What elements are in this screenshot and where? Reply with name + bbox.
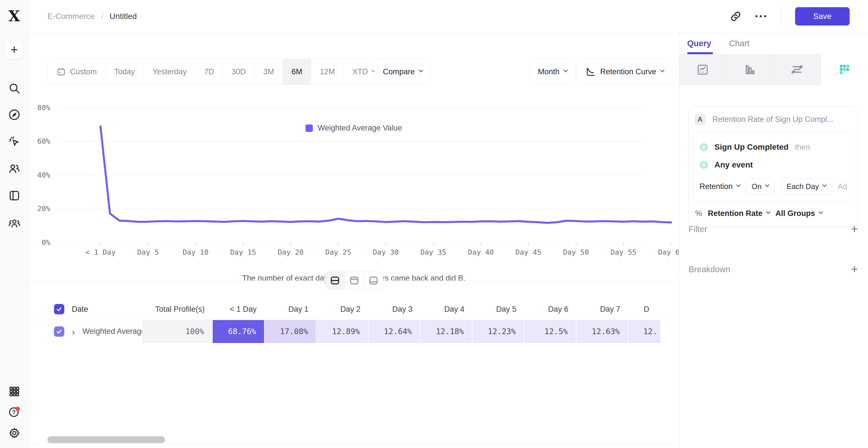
column-header[interactable]: D — [628, 305, 661, 314]
chart-type-dropdown[interactable]: Retention Curve — [577, 59, 672, 84]
table-cell[interactable]: 12.23% — [472, 320, 524, 343]
sidebar-item-cohorts[interactable] — [8, 217, 21, 230]
sidebar-item-settings[interactable] — [8, 427, 20, 439]
insights-line-chart-icon — [696, 63, 709, 76]
table-cell[interactable]: 12.63% — [577, 320, 628, 343]
report-tab-funnels[interactable] — [726, 54, 774, 85]
top-bar: E-Commerce / Untitled ••• Save — [29, 0, 868, 32]
table-cell[interactable]: 12.64% — [369, 320, 421, 343]
range-button[interactable]: 6M — [283, 59, 311, 84]
table-cell[interactable]: 100% — [142, 320, 213, 343]
sidebar-item-boards[interactable] — [8, 189, 21, 202]
report-tab-flows[interactable] — [774, 54, 821, 85]
sidebar-item-events[interactable] — [8, 135, 21, 148]
column-header[interactable]: Day 7 — [577, 305, 628, 314]
compass-icon — [8, 108, 21, 121]
create-button[interactable]: + — [5, 40, 24, 59]
advanced-dropdown[interactable]: Adv... — [838, 182, 847, 191]
retention-dots-icon — [838, 63, 851, 76]
table-cell[interactable]: 12.18% — [421, 320, 472, 343]
range-button[interactable]: 7D — [195, 59, 223, 84]
row-checkbox[interactable] — [54, 326, 64, 337]
panel-tab[interactable]: Query — [687, 32, 711, 54]
add-breakdown-button[interactable]: + — [851, 263, 858, 275]
table-cell[interactable]: 17.08% — [265, 320, 317, 343]
retention-line-series — [100, 127, 671, 223]
event-hexagon-icon — [700, 161, 708, 169]
add-filter-button[interactable]: + — [851, 223, 858, 235]
cohorts-icon — [8, 217, 21, 230]
first-event-row[interactable]: Sign Up Completed then — [700, 138, 847, 156]
copy-link-icon[interactable] — [730, 10, 742, 23]
retention-window-dropdown[interactable]: Each Day — [780, 178, 832, 195]
table-cell[interactable]: 12.89% — [317, 320, 369, 343]
table-cell[interactable]: 68.76% — [213, 320, 265, 343]
metric-dropdown[interactable]: Retention Rate — [708, 209, 770, 218]
sidebar-item-help[interactable]: ? — [8, 406, 21, 419]
return-event-row[interactable]: Any event — [700, 156, 847, 174]
retention-type-dropdown[interactable]: Retention — [700, 182, 740, 191]
panel-tabs: QueryChart — [679, 32, 868, 54]
column-header[interactable]: Day 2 — [317, 305, 369, 314]
column-header[interactable]: Day 6 — [524, 305, 577, 314]
report-tab-retention[interactable] — [821, 54, 868, 85]
horizontal-scrollbar-thumb[interactable] — [48, 436, 165, 443]
percent-sign: % — [695, 209, 702, 218]
range-button[interactable]: 30D — [223, 59, 255, 84]
date-column-header[interactable]: Date — [72, 305, 88, 314]
column-header[interactable]: Day 5 — [472, 305, 524, 314]
range-button[interactable]: 12M — [311, 59, 344, 84]
more-options-icon[interactable]: ••• — [755, 12, 768, 21]
expand-row-icon[interactable]: › — [72, 327, 75, 337]
filter-label: Filter — [689, 225, 707, 234]
layout-table-button[interactable] — [364, 272, 383, 289]
mixpanel-logo-icon: X — [8, 7, 20, 25]
chevron-down-icon — [765, 182, 770, 187]
groups-dropdown[interactable]: All Groups — [776, 209, 823, 218]
query-card: A Retention Rate of Sign Up Compl... Sig… — [689, 107, 858, 227]
y-axis: 80%60%40%20%0% — [29, 108, 50, 242]
sidebar-item-apps[interactable] — [8, 385, 20, 398]
retention-on-dropdown[interactable]: On — [746, 178, 775, 195]
column-header[interactable]: Day 1 — [265, 305, 317, 314]
layout-chart-button[interactable] — [344, 272, 364, 289]
range-custom-button[interactable]: Custom — [48, 59, 105, 84]
retention-line-svg[interactable] — [100, 108, 671, 242]
range-button[interactable]: Today — [105, 59, 144, 84]
table-cell[interactable]: 12. — [628, 320, 661, 343]
compare-button[interactable]: Compare — [375, 59, 431, 84]
sidebar-item-search[interactable] — [8, 82, 21, 95]
value-column-headers: Total Profile(s)< 1 DayDay 1Day 2Day 3Da… — [142, 305, 661, 314]
notification-dot — [15, 407, 20, 411]
sidebar-item-users[interactable] — [8, 162, 21, 175]
bottom-view-icon — [368, 275, 379, 286]
breadcrumb-project[interactable]: E-Commerce — [48, 12, 95, 21]
sidebar: X + ? — [0, 0, 29, 448]
search-icon — [8, 82, 21, 95]
users-icon — [8, 162, 21, 175]
panel-tab[interactable]: Chart — [729, 32, 749, 54]
breadcrumb-report-title[interactable]: Untitled — [110, 12, 137, 21]
range-button[interactable]: Yesterday — [144, 59, 195, 84]
column-header[interactable]: < 1 Day — [213, 305, 265, 314]
column-header[interactable]: Total Profile(s) — [142, 305, 213, 314]
range-button[interactable]: 3M — [254, 59, 283, 84]
granularity-dropdown[interactable]: Month — [530, 59, 576, 84]
apps-grid-icon — [8, 385, 20, 398]
breakdown-label: Breakdown — [689, 265, 730, 274]
column-header[interactable]: Day 4 — [421, 305, 472, 314]
report-tab-insights[interactable] — [679, 54, 726, 85]
help-icon: ? — [8, 406, 21, 419]
table-cell[interactable]: 12.5% — [524, 320, 577, 343]
layout-split-button[interactable] — [325, 272, 344, 289]
check-icon — [56, 306, 63, 313]
save-button[interactable]: Save — [795, 7, 849, 26]
query-title[interactable]: Retention Rate of Sign Up Compl... — [712, 115, 834, 124]
breakdown-section: Breakdown + — [689, 263, 858, 275]
sidebar-item-explore[interactable] — [8, 108, 21, 121]
select-all-checkbox[interactable] — [54, 304, 64, 314]
chevron-down-icon — [818, 210, 823, 214]
column-header[interactable]: Day 3 — [369, 305, 421, 314]
svg-text:?: ? — [12, 409, 16, 415]
query-panel: QueryChart A Retention Rate of Sign Up C… — [679, 32, 868, 448]
